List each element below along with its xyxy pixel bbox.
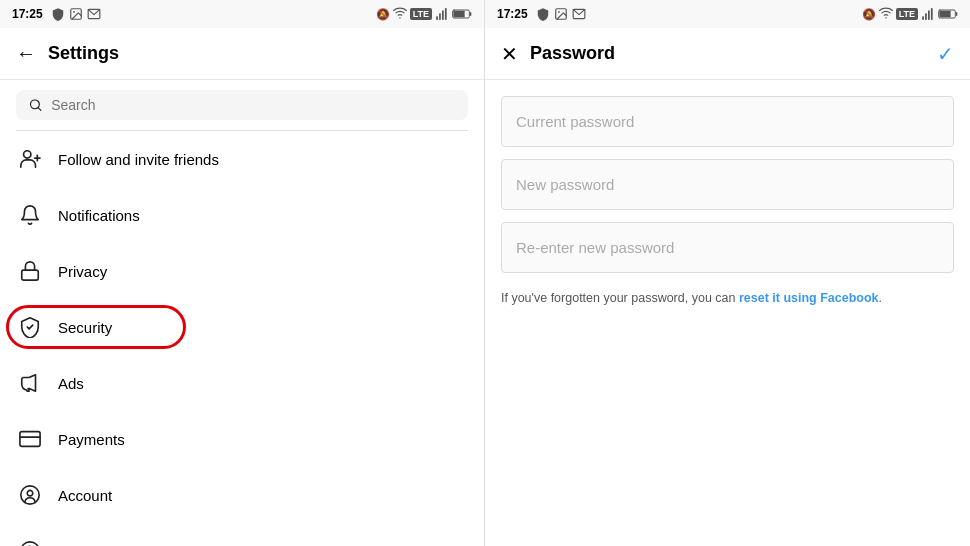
menu-list: Follow and invite friends Notifications … (0, 131, 484, 546)
megaphone-icon-svg (19, 372, 41, 394)
help-icon-svg (19, 540, 41, 546)
password-panel: 17:25 🔕 LTE ✕ Password ✓ If you've forgo… (485, 0, 970, 546)
search-icon (28, 97, 43, 113)
status-bar-right: 17:25 🔕 LTE (485, 0, 970, 28)
settings-title: Settings (48, 43, 119, 64)
svg-rect-15 (20, 432, 40, 447)
confirm-check-button[interactable]: ✓ (937, 42, 954, 66)
svg-rect-4 (439, 13, 441, 19)
new-password-input[interactable] (501, 159, 954, 210)
svg-rect-24 (922, 16, 924, 20)
svg-rect-9 (470, 12, 471, 16)
svg-point-22 (558, 11, 560, 13)
menu-item-account[interactable]: Account (0, 467, 484, 523)
bell-icon (16, 201, 44, 229)
menu-item-payments[interactable]: Payments (0, 411, 484, 467)
svg-rect-6 (445, 8, 447, 20)
menu-item-follow[interactable]: Follow and invite friends (0, 131, 484, 187)
svg-point-19 (21, 542, 39, 546)
reenter-password-input[interactable] (501, 222, 954, 273)
status-left: 17:25 (12, 7, 101, 21)
password-header: ✕ Password ✓ (485, 28, 970, 80)
bell-icon-svg (19, 204, 41, 226)
settings-header: ← Settings (0, 28, 484, 80)
image-status-icon (69, 7, 83, 21)
credit-card-icon (16, 425, 44, 453)
reset-text-before: If you've forgotten your password, you c… (501, 291, 739, 305)
menu-item-security[interactable]: Security (0, 299, 484, 355)
privacy-label: Privacy (58, 263, 107, 280)
follow-icon-svg (19, 148, 41, 170)
wifi-icon-left (393, 7, 407, 21)
reset-facebook-link[interactable]: reset it using Facebook (739, 291, 879, 305)
back-button[interactable]: ← (16, 42, 36, 65)
menu-item-ads[interactable]: Ads (0, 355, 484, 411)
circle-user-icon (16, 481, 44, 509)
svg-rect-30 (956, 12, 957, 16)
svg-rect-8 (453, 11, 464, 18)
menu-item-notifications[interactable]: Notifications (0, 187, 484, 243)
search-input[interactable] (51, 97, 456, 113)
image-status-icon-right (554, 7, 568, 21)
shield-status-icon-right (536, 7, 550, 21)
reset-hint-text: If you've forgotten your password, you c… (501, 285, 954, 312)
svg-rect-14 (22, 270, 39, 280)
payments-label: Payments (58, 431, 125, 448)
help-label: Help (58, 543, 89, 547)
battery-icon-left (452, 8, 472, 20)
search-box[interactable] (16, 90, 468, 120)
person-plus-icon (16, 145, 44, 173)
svg-rect-5 (442, 11, 444, 20)
status-right-right: 🔕 LTE (862, 7, 958, 21)
mail-status-icon (87, 7, 101, 21)
megaphone-icon (16, 369, 44, 397)
status-right-left: 🔕 LTE (376, 7, 472, 21)
settings-panel: 17:25 🔕 LTE ← Settings (0, 0, 485, 546)
follow-label: Follow and invite friends (58, 151, 219, 168)
signal-icon-left (435, 7, 449, 21)
status-time-left: 17:25 (12, 7, 43, 21)
svg-point-17 (21, 486, 39, 504)
shield-icon-svg (19, 316, 41, 338)
circle-user-icon-svg (19, 484, 41, 506)
shield-status-icon (51, 7, 65, 21)
svg-rect-25 (925, 13, 927, 19)
security-label: Security (58, 319, 112, 336)
svg-point-18 (27, 490, 33, 496)
notifications-label: Notifications (58, 207, 140, 224)
menu-item-privacy[interactable]: Privacy (0, 243, 484, 299)
mute-icon-right: 🔕 (862, 8, 876, 21)
ads-label: Ads (58, 375, 84, 392)
password-form: If you've forgotten your password, you c… (485, 80, 970, 328)
password-title: Password (530, 43, 615, 64)
credit-card-icon-svg (19, 428, 41, 450)
network-badge-right: LTE (896, 8, 918, 20)
network-badge-left: LTE (410, 8, 432, 20)
svg-rect-27 (931, 8, 933, 20)
menu-item-help[interactable]: Help (0, 523, 484, 546)
wifi-icon-right (879, 7, 893, 21)
svg-point-11 (24, 151, 31, 158)
mail-status-icon-right (572, 7, 586, 21)
account-label: Account (58, 487, 112, 504)
signal-icon-right (921, 7, 935, 21)
mute-icon-left: 🔕 (376, 8, 390, 21)
current-password-input[interactable] (501, 96, 954, 147)
search-container (0, 80, 484, 130)
help-icon (16, 537, 44, 546)
status-time-right: 17:25 (497, 7, 528, 21)
svg-rect-29 (939, 11, 950, 18)
status-bar-left: 17:25 🔕 LTE (0, 0, 484, 28)
lock-icon-svg (19, 260, 41, 282)
svg-rect-3 (436, 16, 438, 20)
reset-text-after: . (879, 291, 882, 305)
close-button[interactable]: ✕ (501, 42, 518, 66)
status-left-right: 17:25 (497, 7, 586, 21)
shield-icon (16, 313, 44, 341)
lock-icon (16, 257, 44, 285)
svg-point-1 (73, 11, 75, 13)
svg-rect-26 (928, 11, 930, 20)
battery-icon-right (938, 8, 958, 20)
